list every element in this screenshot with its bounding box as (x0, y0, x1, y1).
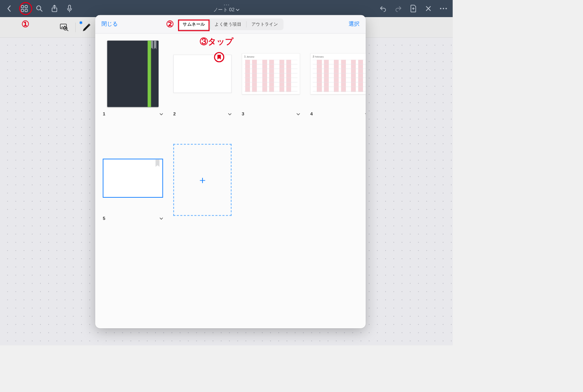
select-button[interactable]: 選択 (349, 21, 360, 28)
page-thumbnail-current[interactable]: 5 (103, 144, 163, 221)
document-title-text: ノート 02 (213, 7, 234, 13)
undo-icon[interactable] (379, 4, 388, 13)
page-4-month: 2 February (310, 53, 366, 94)
page-number: 3 (242, 112, 244, 117)
svg-rect-7 (68, 5, 70, 9)
annotation-text-3: ③タップ (200, 36, 234, 47)
bookmark-ribbon-icon (155, 160, 160, 167)
add-page-button[interactable]: ＋ (173, 144, 232, 221)
svg-line-5 (40, 10, 42, 11)
tab-favorites[interactable]: よく使う項目 (210, 19, 246, 29)
search-icon[interactable] (35, 4, 44, 13)
popover-header: 閉じる サムネール よく使う項目 アウトライン 選択 (95, 15, 366, 34)
toolbar-divider (75, 23, 76, 32)
app-navbar: ノート 02 (0, 0, 453, 17)
svg-point-10 (445, 8, 447, 9)
svg-point-4 (37, 6, 41, 10)
page-number: 5 (103, 216, 105, 221)
page-5-selected (103, 159, 163, 198)
chevron-down-icon[interactable] (365, 112, 366, 116)
chevron-down-icon[interactable] (297, 112, 300, 116)
popover-body: 1 2 1 January (95, 33, 366, 328)
drag-handle-icon[interactable] (221, 4, 231, 6)
annotation-bookmark-circle (214, 52, 224, 62)
close-icon[interactable] (424, 4, 433, 13)
nav-center: ノート 02 (79, 4, 374, 13)
plus-icon: ＋ (197, 173, 207, 187)
pen-tool-icon[interactable]: ✱ (80, 21, 93, 33)
new-page-icon[interactable] (409, 4, 418, 13)
annotation-rect-2 (178, 19, 209, 31)
annotation-number-2: ② (166, 19, 174, 30)
add-page-placeholder[interactable]: ＋ (173, 144, 232, 216)
redo-icon[interactable] (394, 4, 403, 13)
share-icon[interactable] (50, 4, 59, 13)
annotation-number-1: ① (21, 19, 29, 30)
document-title[interactable]: ノート 02 (213, 7, 239, 13)
page-thumbnail[interactable]: 2 (173, 40, 232, 117)
chevron-down-icon[interactable] (160, 217, 163, 220)
chevron-down-icon[interactable] (228, 112, 232, 116)
chevron-down-icon[interactable] (160, 112, 163, 116)
page-thumbnail[interactable]: 1 (103, 40, 163, 117)
page-thumbnail[interactable]: 2 February (310, 40, 366, 117)
zoom-image-icon[interactable] (58, 21, 71, 33)
page-number: 2 (173, 112, 176, 117)
page-number: 4 (310, 112, 312, 117)
svg-line-13 (67, 30, 68, 31)
more-icon[interactable] (439, 4, 448, 13)
page-3-month: 1 January (242, 53, 300, 94)
page-1-cover (107, 41, 159, 107)
page-number: 1 (103, 112, 105, 117)
page-thumbnail[interactable]: 1 January (242, 40, 300, 117)
svg-point-8 (440, 8, 442, 9)
annotation-circle-1 (19, 2, 32, 15)
back-icon[interactable] (5, 4, 14, 13)
thumbnails-popover: 閉じる サムネール よく使う項目 アウトライン 選択 (95, 15, 366, 328)
svg-point-9 (443, 8, 444, 9)
mic-icon[interactable] (65, 4, 74, 13)
close-button[interactable]: 閉じる (101, 21, 118, 28)
tab-outline[interactable]: アウトライン (246, 19, 283, 29)
